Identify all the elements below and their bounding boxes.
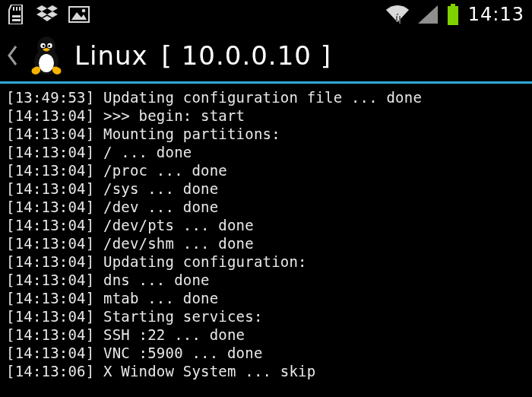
svg-rect-13 xyxy=(451,4,455,6)
log-line: [14:13:04] /proc ... done xyxy=(6,161,526,179)
status-left xyxy=(8,5,386,24)
svg-marker-12 xyxy=(418,5,438,24)
svg-rect-3 xyxy=(12,15,21,17)
svg-rect-14 xyxy=(448,6,458,25)
log-line: [14:13:04] Mounting partitions: xyxy=(6,125,526,143)
svg-marker-8 xyxy=(396,16,397,22)
tux-icon xyxy=(29,36,64,75)
log-line: [14:13:04] SSH :22 ... done xyxy=(6,326,526,344)
svg-rect-0 xyxy=(13,7,14,11)
title-bar[interactable]: Linux [ 10.0.0.10 ] xyxy=(0,29,532,84)
svg-rect-1 xyxy=(16,7,17,11)
status-clock: 14:13 xyxy=(468,4,524,25)
sd-card-icon xyxy=(8,5,26,24)
log-line: [14:13:04] / ... done xyxy=(6,143,526,161)
log-line: [14:13:04] >>> begin: start xyxy=(6,106,526,125)
svg-point-20 xyxy=(43,45,45,47)
status-right: 14:13 xyxy=(386,4,524,25)
cell-signal-icon xyxy=(418,5,438,24)
wifi-icon xyxy=(386,5,409,24)
svg-point-7 xyxy=(82,9,86,13)
log-line: [14:13:04] /dev/shm ... done xyxy=(6,234,526,252)
picture-icon xyxy=(68,6,90,23)
page-title: Linux [ 10.0.0.10 ] xyxy=(74,40,331,71)
log-line: [14:13:06] X Window System ... skip xyxy=(6,362,526,380)
log-line: [13:49:53] Updating configuration file .… xyxy=(6,88,526,106)
dropbox-icon xyxy=(36,5,58,24)
svg-rect-2 xyxy=(19,7,21,11)
log-line: [14:13:04] dns ... done xyxy=(6,271,526,289)
title-ip: [ 10.0.0.10 ] xyxy=(162,40,331,71)
log-line: [14:13:04] Updating configuration: xyxy=(6,252,526,271)
log-line: [14:13:04] /dev/pts ... done xyxy=(6,216,526,234)
svg-rect-4 xyxy=(12,19,21,21)
svg-point-17 xyxy=(39,54,54,72)
log-line: [14:13:04] /dev ... done xyxy=(6,198,526,216)
svg-point-21 xyxy=(48,45,50,47)
terminal-output[interactable]: [13:49:53] Updating configuration file .… xyxy=(0,84,532,380)
log-line: [14:13:04] VNC :5900 ... done xyxy=(6,344,526,362)
back-chevron-icon[interactable] xyxy=(6,44,18,67)
title-name: Linux xyxy=(74,40,148,71)
status-bar: 14:13 xyxy=(0,0,532,29)
log-line: [14:13:04] /sys ... done xyxy=(6,179,526,198)
battery-icon xyxy=(447,4,459,25)
log-line: [14:13:04] Starting services: xyxy=(6,307,526,326)
svg-marker-9 xyxy=(399,16,401,22)
log-line: [14:13:04] mtab ... done xyxy=(6,289,526,307)
svg-marker-6 xyxy=(71,12,87,20)
